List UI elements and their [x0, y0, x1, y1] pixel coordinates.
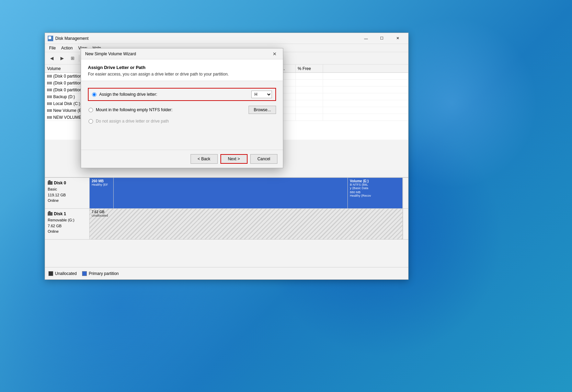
- minimize-button[interactable]: —: [358, 33, 374, 44]
- legend-unallocated: Unallocated: [48, 271, 77, 276]
- title-bar-left: Disk Management: [48, 36, 89, 41]
- drive-letter-select[interactable]: H I J K: [251, 91, 272, 98]
- title-controls: — ☐ ✕: [358, 33, 405, 44]
- disk0-partition-2[interactable]: [114, 178, 348, 208]
- dialog-footer: < Back Next > Cancel: [81, 150, 283, 168]
- cancel-button[interactable]: Cancel: [250, 154, 277, 164]
- radio-no-assign[interactable]: [89, 119, 93, 124]
- disk0-label: Disk 0 Basic 119.12 GB Online: [45, 178, 90, 208]
- next-button[interactable]: Next >: [220, 154, 248, 164]
- legend-label-primary: Primary partition: [89, 271, 118, 276]
- disk1-partition-1[interactable]: 7.62 GB Unallocated: [90, 209, 403, 239]
- legend-label-unallocated: Unallocated: [55, 271, 77, 276]
- radio-no-assign-label: Do not assign a drive letter or drive pa…: [96, 119, 169, 124]
- disk-list-button[interactable]: ⊞: [68, 54, 77, 63]
- disk0-partitions: 260 MB Healthy (EF Volume (E:) B NTFS (B…: [90, 178, 403, 208]
- back-button[interactable]: < Back: [191, 154, 218, 164]
- window-title: Disk Management: [55, 36, 89, 41]
- disk0-icon: [48, 181, 53, 185]
- disk0-status: Online: [48, 198, 87, 204]
- legend-swatch-primary: [82, 271, 87, 276]
- dialog-header-sub: For easier access, you can assign a driv…: [88, 72, 276, 77]
- dialog-header: Assign Drive Letter or Path For easier a…: [81, 59, 283, 81]
- legend-primary: Primary partition: [82, 271, 118, 276]
- volume-icon: [47, 95, 52, 98]
- legend: Unallocated Primary partition: [45, 267, 408, 279]
- disk1-name: Disk 1: [54, 211, 66, 216]
- disk0-size: 119.12 GB: [48, 192, 87, 198]
- toolbar-separator-1: [79, 55, 79, 62]
- disk-mgmt-icon: [48, 36, 53, 41]
- scrollbar2[interactable]: [403, 209, 408, 239]
- title-bar: Disk Management — ☐ ✕: [45, 33, 408, 44]
- volume-icon: [47, 82, 52, 84]
- disk1-partitions: 7.62 GB Unallocated: [90, 209, 403, 239]
- volume-icon: [47, 75, 52, 78]
- new-simple-volume-wizard: New Simple Volume Wizard ✕ Assign Drive …: [81, 48, 283, 168]
- volume-icon: [47, 102, 52, 105]
- volume-icon: [47, 116, 52, 119]
- disk0-row: Disk 0 Basic 119.12 GB Online 260 MB Hea…: [45, 178, 408, 209]
- disk1-type: Removable (G:): [48, 217, 87, 223]
- radio-assign-letter[interactable]: [92, 92, 96, 97]
- radio-mount-ntfs-label: Mount in the following empty NTFS folder…: [96, 107, 172, 112]
- disk0-partition-1[interactable]: 260 MB Healthy (EF: [90, 178, 114, 208]
- radio-no-assign-row: Do not assign a drive letter or drive pa…: [88, 119, 276, 124]
- disk1-size: 7.62 GB: [48, 223, 87, 229]
- scrollbar[interactable]: [403, 178, 408, 208]
- radio-mount-ntfs[interactable]: [89, 108, 93, 112]
- disk0-partition-3[interactable]: Volume (E:) B NTFS (BitL y (Basic Data 8…: [348, 178, 403, 208]
- col-percent-free[interactable]: % Free: [296, 65, 323, 72]
- menu-action[interactable]: Action: [58, 45, 75, 51]
- window-close-button[interactable]: ✕: [390, 33, 405, 44]
- radio-assign-letter-label: Assign the following drive letter:: [99, 92, 157, 97]
- dialog-body: Assign the following drive letter: H I J…: [81, 81, 283, 150]
- disk1-row: Disk 1 Removable (G:) 7.62 GB Online 7.6…: [45, 209, 408, 240]
- disk1-label: Disk 1 Removable (G:) 7.62 GB Online: [45, 209, 90, 239]
- maximize-button[interactable]: ☐: [374, 33, 390, 44]
- dialog-close-button[interactable]: ✕: [271, 50, 279, 58]
- volume-icon: [47, 89, 52, 91]
- menu-file[interactable]: File: [46, 45, 58, 51]
- dialog-title-bar: New Simple Volume Wizard ✕: [81, 48, 283, 59]
- radio-assign-letter-row: Assign the following drive letter: H I J…: [88, 88, 276, 101]
- radio-mount-ntfs-row: Mount in the following empty NTFS folder…: [88, 106, 276, 114]
- forward-button[interactable]: ▶: [57, 54, 67, 63]
- volume-icon: [47, 109, 52, 112]
- dialog-title: New Simple Volume Wizard: [85, 51, 136, 56]
- disk0-name: Disk 0: [54, 181, 66, 185]
- browse-button[interactable]: Browse...: [249, 106, 276, 114]
- dialog-header-title: Assign Drive Letter or Path: [88, 65, 276, 70]
- disk0-type: Basic: [48, 186, 87, 192]
- disk1-status: Online: [48, 229, 87, 234]
- back-button[interactable]: ◀: [47, 54, 57, 63]
- legend-swatch-unallocated: [48, 271, 53, 276]
- disk1-icon: [48, 212, 53, 216]
